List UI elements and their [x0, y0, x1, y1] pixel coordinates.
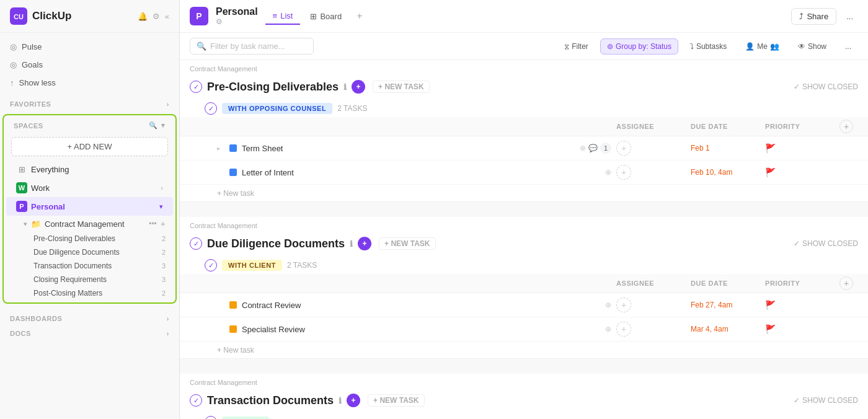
sidebar-item-goals[interactable]: ◎ Goals: [0, 56, 179, 74]
goals-icon: ◎: [10, 60, 17, 69]
task-expand-icon[interactable]: ▸: [217, 144, 227, 152]
add-tab-button[interactable]: +: [352, 7, 367, 25]
section-plus-icon[interactable]: +: [358, 237, 371, 250]
space-chevron-icon[interactable]: ▾: [159, 203, 163, 211]
chat-count-badge: 1: [600, 143, 611, 154]
priority-flag-icon[interactable]: 🚩: [765, 167, 776, 177]
list-item-pre-closing[interactable]: Pre-Closing Deliverables 2: [4, 232, 175, 245]
docs-arrow-icon[interactable]: ›: [167, 330, 169, 337]
person-icon: 👤: [745, 42, 755, 51]
info-icon[interactable]: ℹ: [339, 396, 342, 405]
section-expand-button[interactable]: ✓: [190, 237, 202, 250]
tab-board[interactable]: ⊞ Board: [303, 9, 349, 24]
task-row: Contract Review ⊕ + Feb 27, 4am 🚩: [180, 293, 868, 317]
user-plus-icon[interactable]: ⊕: [605, 301, 611, 309]
folder-add-icon[interactable]: +: [161, 219, 166, 229]
new-task-row: + New task: [180, 185, 868, 201]
priority-flag-icon[interactable]: 🚩: [765, 143, 776, 153]
sidebar-item-show-less[interactable]: ↑ Show less: [0, 74, 179, 92]
list-item-post-closing[interactable]: Post-Closing Matters 2: [4, 286, 175, 300]
more-toolbar-button[interactable]: ...: [838, 38, 858, 55]
assignee-avatar[interactable]: +: [616, 141, 631, 156]
add-column-button[interactable]: +: [839, 276, 853, 290]
group-by-button[interactable]: ⊚ Group by: Status: [600, 38, 678, 55]
me-button[interactable]: 👤 Me 👥: [738, 38, 786, 55]
workspace-settings-icon[interactable]: ⚙: [216, 17, 258, 26]
show-button[interactable]: 👁 Show: [791, 38, 833, 55]
task-name[interactable]: Letter of Intent: [242, 168, 605, 177]
new-task-button[interactable]: + NEW TASK: [379, 237, 435, 250]
space-label: Everything: [31, 165, 69, 174]
task-priority: 🚩: [765, 324, 839, 334]
subtasks-button[interactable]: ⤵ Subtasks: [683, 38, 733, 55]
user-plus-icon[interactable]: ⊕: [605, 168, 611, 177]
list-icon: ≡: [273, 11, 278, 20]
sidebar-item-label: Goals: [22, 60, 43, 69]
assignee-avatar[interactable]: +: [616, 322, 631, 337]
dashboards-section: DASHBOARDS ›: [0, 311, 179, 326]
spaces-chevron-icon[interactable]: ▾: [161, 121, 166, 130]
new-task-button[interactable]: + NEW TASK: [373, 81, 429, 93]
new-task-link[interactable]: + New task: [217, 189, 254, 198]
search-icon: 🔍: [197, 42, 206, 51]
dashboards-arrow-icon[interactable]: ›: [167, 315, 169, 322]
task-name[interactable]: Term Sheet: [242, 144, 580, 153]
search-box[interactable]: 🔍 Filter by task name...: [190, 38, 314, 55]
user-plus-icon[interactable]: ⊕: [605, 325, 611, 333]
chat-icon[interactable]: 💬: [588, 144, 598, 152]
assignee-avatar[interactable]: +: [616, 298, 631, 312]
group-expand-button[interactable]: ✓: [205, 259, 217, 271]
content-area: Contract Management ✓ Pre-Closing Delive…: [180, 60, 868, 419]
folder-name: Contract Management: [45, 219, 145, 229]
task-color-indicator: [229, 301, 237, 309]
spaces-search-icon[interactable]: 🔍: [149, 121, 158, 130]
new-task-link[interactable]: + New task: [217, 346, 254, 355]
collapse-icon[interactable]: «: [165, 12, 169, 21]
folder-arrow-icon[interactable]: ▾: [24, 220, 27, 228]
list-item-due-diligence[interactable]: Due Diligence Documents 2: [4, 245, 175, 259]
section-plus-icon[interactable]: +: [347, 394, 360, 407]
folder-contract-management[interactable]: ▾ 📁 Contract Management ••• +: [4, 216, 175, 232]
notification-icon[interactable]: 🔔: [138, 12, 148, 21]
task-name[interactable]: Contract Review: [242, 301, 605, 310]
show-closed-button[interactable]: ✓ SHOW CLOSED: [794, 239, 858, 248]
share-button[interactable]: ⤴ Share: [791, 8, 836, 25]
folder-more-icon[interactable]: •••: [149, 219, 157, 228]
group-expand-button[interactable]: ✓: [205, 416, 217, 419]
settings-icon[interactable]: ⚙: [153, 12, 160, 21]
space-item-everything[interactable]: ⊞ Everything: [6, 160, 173, 179]
add-column-button[interactable]: +: [839, 120, 853, 133]
user-plus-icon[interactable]: ⊕: [580, 144, 586, 152]
list-item-closing[interactable]: Closing Requirements 3: [4, 273, 175, 286]
info-icon[interactable]: ℹ: [350, 239, 353, 249]
task-name[interactable]: Specialist Review: [242, 325, 605, 334]
sidebar-item-pulse[interactable]: ◎ Pulse: [0, 38, 179, 56]
task-icons: ⊕: [605, 168, 611, 177]
th-priority: PRIORITY: [765, 280, 839, 287]
favorites-arrow-icon[interactable]: ›: [167, 100, 169, 108]
assignee-avatar[interactable]: +: [616, 165, 631, 180]
sidebar: CU ClickUp 🔔 ⚙ « ◎ Pulse ◎ Goals ↑ Show …: [0, 0, 180, 419]
group-header-client: ✓ WITH CLIENT 2 TASKS: [180, 254, 868, 274]
show-closed-button[interactable]: ✓ SHOW CLOSED: [794, 82, 858, 91]
priority-flag-icon[interactable]: 🚩: [765, 324, 776, 334]
more-options-button[interactable]: ...: [841, 9, 858, 24]
space-item-work[interactable]: W Work ›: [6, 179, 173, 197]
section-plus-icon[interactable]: +: [352, 80, 365, 94]
section-title: Pre-Closing Deliverables ℹ + + NEW TASK: [207, 80, 430, 94]
show-closed-button[interactable]: ✓ SHOW CLOSED: [794, 396, 858, 405]
new-task-button[interactable]: + NEW TASK: [368, 394, 424, 407]
priority-flag-icon[interactable]: 🚩: [765, 300, 776, 310]
tab-list[interactable]: ≡ List: [265, 8, 301, 25]
list-item-transaction[interactable]: Transaction Documents 3: [4, 259, 175, 273]
section-expand-button[interactable]: ✓: [190, 394, 202, 407]
group-expand-button[interactable]: ✓: [205, 102, 217, 115]
info-icon[interactable]: ℹ: [343, 82, 347, 92]
section-transaction: Contract Management ✓ Transaction Docume…: [180, 374, 868, 419]
add-new-button[interactable]: + ADD NEW: [11, 137, 168, 156]
task-priority: 🚩: [765, 143, 839, 153]
task-icons: ⊕: [605, 325, 611, 333]
section-expand-button[interactable]: ✓: [190, 81, 202, 93]
filter-button[interactable]: ⧖ Filter: [557, 38, 595, 55]
space-item-personal[interactable]: P Personal ▾: [6, 197, 173, 216]
